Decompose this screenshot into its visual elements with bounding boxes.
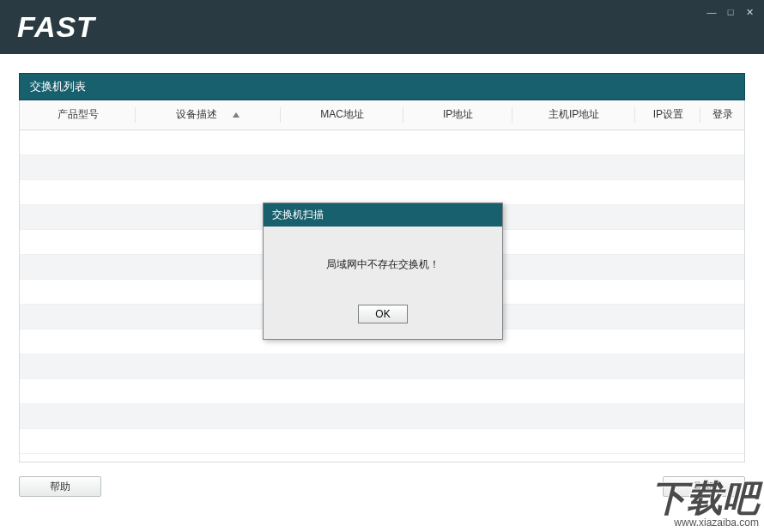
table-row bbox=[20, 378, 744, 403]
watermark-url: www.xiazaiba.com bbox=[651, 517, 759, 529]
sort-asc-icon bbox=[233, 112, 240, 118]
close-button[interactable]: ✕ bbox=[742, 5, 757, 19]
table-header-row: 产品型号 设备描述 MAC地址 IP地址 主机IP地址 IP设置 登录 bbox=[20, 100, 744, 130]
panel-title: 交换机列表 bbox=[19, 73, 745, 100]
help-button[interactable]: 帮助 bbox=[19, 476, 101, 497]
window-controls: — □ ✕ bbox=[704, 5, 757, 19]
scan-dialog: 交换机扫描 局域网中不存在交换机！ OK bbox=[263, 203, 503, 340]
maximize-button[interactable]: □ bbox=[723, 5, 738, 19]
refresh-button[interactable]: 刷新 bbox=[663, 476, 745, 497]
table-row bbox=[20, 354, 744, 378]
col-header-ipset[interactable]: IP设置 bbox=[635, 100, 700, 130]
dialog-title: 交换机扫描 bbox=[264, 203, 502, 227]
minimize-button[interactable]: — bbox=[704, 5, 719, 19]
table-row bbox=[20, 130, 744, 154]
col-header-mac[interactable]: MAC地址 bbox=[281, 100, 403, 130]
dialog-body: 局域网中不存在交换机！ OK bbox=[264, 227, 502, 339]
col-header-desc[interactable]: 设备描述 bbox=[136, 100, 281, 130]
dialog-message: 局域网中不存在交换机！ bbox=[272, 257, 494, 272]
col-header-model[interactable]: 产品型号 bbox=[20, 100, 136, 130]
col-header-hostip[interactable]: 主机IP地址 bbox=[512, 100, 635, 130]
bottom-bar: 帮助 刷新 bbox=[19, 476, 745, 497]
table-row bbox=[20, 154, 744, 179]
col-header-ip[interactable]: IP地址 bbox=[403, 100, 512, 130]
col-header-login[interactable]: 登录 bbox=[700, 100, 744, 130]
brand-logo: FAST bbox=[17, 10, 95, 44]
title-bar: FAST — □ ✕ bbox=[0, 0, 764, 54]
table-row bbox=[20, 428, 744, 453]
dialog-ok-button[interactable]: OK bbox=[358, 305, 408, 323]
table-row bbox=[20, 179, 744, 204]
table-row bbox=[20, 403, 744, 428]
